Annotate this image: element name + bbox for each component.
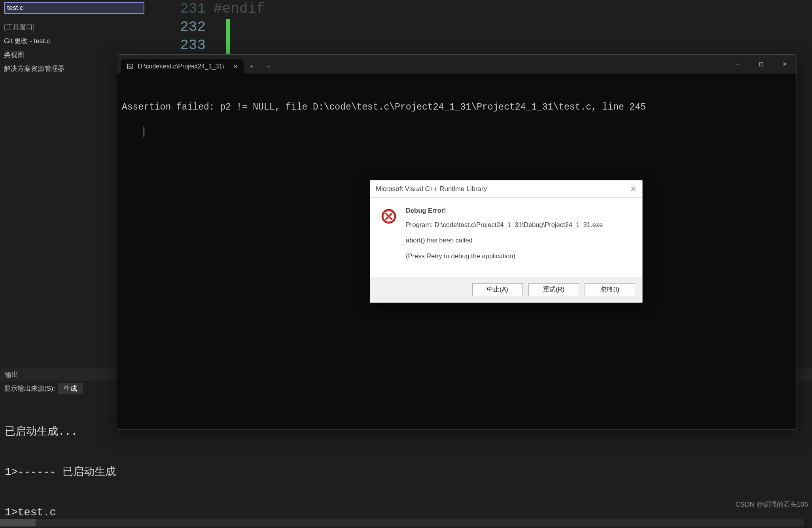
output-source-label: 显示输出来源(S): bbox=[4, 384, 55, 393]
dialog-retry-hint: (Press Retry to debug the application) bbox=[406, 251, 603, 261]
terminal-tab[interactable]: D:\code\test.c\Project24_1_31\ ✕ bbox=[121, 59, 244, 74]
assertion-line: Assertion failed: p2 != NULL, file D:\co… bbox=[122, 101, 792, 113]
output-line: 1>------ 已启动生成 bbox=[5, 466, 807, 479]
new-tab-button[interactable]: ＋ bbox=[244, 59, 260, 74]
minimize-icon bbox=[734, 61, 740, 67]
chevron-down-icon bbox=[266, 64, 271, 69]
tab-dropdown-button[interactable] bbox=[260, 59, 277, 74]
close-tab-icon[interactable]: ✕ bbox=[233, 63, 238, 70]
maximize-button[interactable] bbox=[749, 55, 773, 74]
abort-button[interactable]: 中止(A) bbox=[472, 283, 523, 296]
dialog-header: Debug Error! bbox=[406, 206, 603, 216]
terminal-output[interactable]: Assertion failed: p2 != NULL, file D:\co… bbox=[117, 74, 797, 153]
code-editor[interactable]: 231 232 233 #endif bbox=[146, 0, 812, 55]
dialog-close-button[interactable]: ✕ bbox=[630, 184, 637, 194]
horizontal-scrollbar[interactable] bbox=[0, 519, 804, 526]
dialog-abort-line: abort() has been called bbox=[406, 235, 603, 246]
line-number: 231 bbox=[146, 0, 206, 18]
sidebar-item-git-changes[interactable]: Git 更改 - test.c bbox=[4, 36, 142, 45]
vcs-change-indicator bbox=[226, 19, 230, 55]
watermark: CSDN @倔强的石头106 bbox=[735, 500, 808, 509]
preprocessor-directive: #endif bbox=[214, 1, 265, 17]
code-line[interactable]: #endif bbox=[214, 0, 265, 18]
output-line: 1>test.c bbox=[5, 506, 807, 519]
dialog-titlebar[interactable]: Microsoft Visual C++ Runtime Library ✕ bbox=[370, 180, 642, 198]
svg-rect-0 bbox=[127, 64, 133, 69]
tool-window-header: [工具窗口] bbox=[4, 23, 142, 32]
close-icon bbox=[782, 61, 787, 67]
dialog-title-text: Microsoft Visual C++ Runtime Library bbox=[376, 185, 487, 193]
active-file[interactable]: test.c bbox=[4, 2, 144, 14]
retry-button[interactable]: 重试(R) bbox=[528, 283, 579, 296]
terminal-cursor bbox=[144, 127, 144, 137]
ignore-button[interactable]: 忽略(I) bbox=[585, 283, 635, 296]
line-number: 232 bbox=[146, 18, 206, 36]
maximize-icon bbox=[759, 62, 764, 67]
terminal-titlebar[interactable]: D:\code\test.c\Project24_1_31\ ✕ ＋ bbox=[117, 55, 797, 74]
runtime-error-dialog: Microsoft Visual C++ Runtime Library ✕ D… bbox=[370, 180, 643, 303]
svg-rect-1 bbox=[759, 62, 763, 66]
output-source-combo[interactable]: 生成 bbox=[58, 383, 83, 394]
error-icon bbox=[380, 208, 397, 225]
line-number: 233 bbox=[146, 36, 206, 55]
line-number-gutter: 231 232 233 bbox=[146, 0, 214, 55]
minimize-button[interactable] bbox=[725, 55, 749, 74]
terminal-icon bbox=[127, 63, 134, 70]
close-window-button[interactable] bbox=[773, 55, 797, 74]
terminal-tab-title: D:\code\test.c\Project24_1_31\ bbox=[138, 63, 224, 70]
dialog-program-line: Program: D:\code\test.c\Project24_1_31\D… bbox=[406, 220, 603, 230]
